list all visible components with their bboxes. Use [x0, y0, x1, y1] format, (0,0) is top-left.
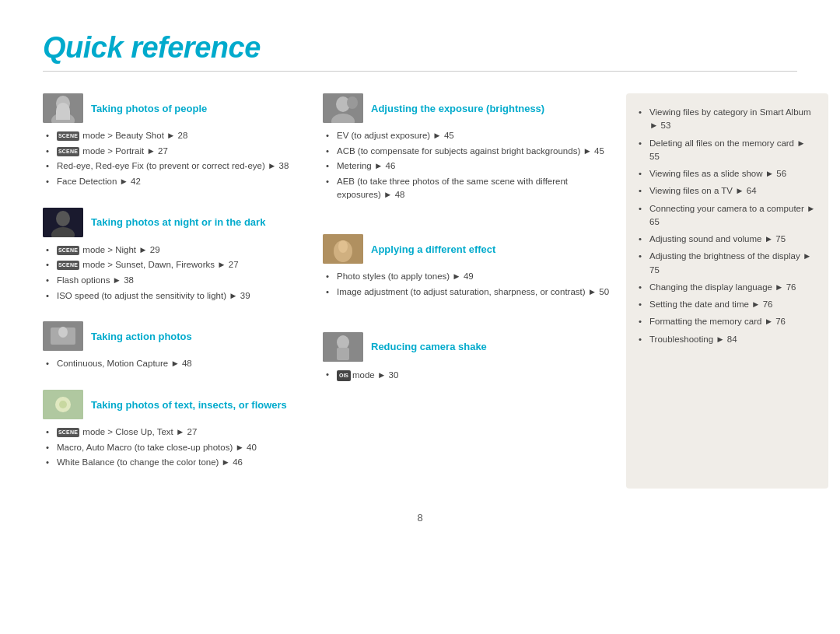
- section-effect-body: Photo styles (to apply tones) ► 49 Image…: [323, 270, 611, 298]
- svg-point-11: [59, 401, 67, 408]
- section-people-header: Taking photos of people: [43, 93, 307, 123]
- list-item: AEB (to take three photos of the same sc…: [326, 175, 611, 201]
- list-item: OIS mode ► 30: [326, 368, 611, 382]
- list-item: Image adjustment (to adjust saturation, …: [326, 285, 611, 299]
- list-item: Adjusting the brightness of the display …: [639, 250, 816, 277]
- section-shake-body: OIS mode ► 30: [323, 368, 611, 382]
- list-item: SCENE mode > Close Up, Text ► 27: [46, 426, 307, 439]
- list-item: Viewing files on a TV ► 64: [639, 184, 816, 198]
- list-item: Connecting your camera to a computer ► 6…: [639, 202, 816, 229]
- list-item: Face Detection ► 42: [46, 175, 307, 188]
- section-effect-thumb: [323, 234, 363, 264]
- list-item: Metering ► 46: [326, 159, 611, 173]
- list-item: Macro, Auto Macro (to take close-up phot…: [46, 441, 307, 454]
- list-item: Flash options ► 38: [46, 274, 307, 287]
- section-people-thumb: [43, 93, 83, 123]
- list-item: ISO speed (to adjust the sensitivity to …: [46, 289, 307, 303]
- list-item: SCENE mode > Night ► 29: [46, 243, 307, 257]
- section-macro-title: Taking photos of text, insects, or flowe…: [91, 399, 287, 411]
- section-effect-title: Applying a different effect: [371, 243, 495, 255]
- list-item: Deleting all files on the memory card ► …: [639, 137, 816, 164]
- section-people-title: Taking photos of people: [91, 103, 207, 114]
- section-exposure-thumb: [323, 93, 363, 123]
- svg-rect-21: [337, 348, 349, 360]
- section-macro: Taking photos of text, insects, or flowe…: [43, 390, 307, 471]
- section-macro-header: Taking photos of text, insects, or flowe…: [43, 390, 307, 419]
- scene-mode-icon: SCENE: [57, 246, 79, 255]
- list-item: Troubleshooting ► 84: [639, 333, 816, 346]
- list-item: Continuous, Motion Capture ► 48: [46, 357, 307, 370]
- section-effect: Applying a different effect Photo styles…: [323, 234, 611, 300]
- list-item: White Balance (to change the color tone)…: [46, 456, 307, 469]
- section-people-body: SCENE mode > Beauty Shot ► 28 SCENE mode…: [43, 129, 307, 188]
- section-night-title: Taking photos at night or in the dark: [91, 216, 265, 228]
- section-night-header: Taking photos at night or in the dark: [43, 208, 307, 237]
- main-content-grid: Taking photos of people SCENE mode > Bea…: [43, 93, 797, 489]
- list-item: Photo styles (to apply tones) ► 49: [326, 270, 611, 283]
- section-shake-header: Reducing camera shake: [323, 332, 611, 362]
- section-action-body: Continuous, Motion Capture ► 48: [43, 357, 307, 370]
- svg-point-1: [56, 96, 70, 111]
- section-action: Taking action photos Continuous, Motion …: [43, 321, 307, 373]
- title-divider: [43, 71, 797, 72]
- ois-mode-icon: OIS: [337, 370, 351, 381]
- section-shake-title: Reducing camera shake: [371, 341, 487, 352]
- section-shake-thumb: [323, 332, 363, 362]
- section-night-thumb: [43, 208, 83, 237]
- svg-point-18: [338, 240, 348, 253]
- list-item: SCENE mode > Portrait ► 27: [46, 145, 307, 158]
- section-exposure: Adjusting the exposure (brightness) EV (…: [323, 93, 611, 203]
- section-shake: Reducing camera shake OIS mode ► 30: [323, 332, 611, 384]
- svg-point-4: [56, 211, 70, 226]
- list-item: Setting the date and time ► 76: [639, 298, 816, 311]
- page-number: 8: [43, 512, 797, 524]
- list-item: Red-eye, Red-eye Fix (to prevent or corr…: [46, 159, 307, 173]
- section-macro-thumb: [43, 390, 83, 419]
- section-exposure-body: EV (to adjust exposure) ► 45 ACB (to com…: [323, 129, 611, 201]
- list-item: Viewing files by category in Smart Album…: [639, 106, 816, 133]
- scene-mode-icon: SCENE: [57, 131, 79, 141]
- list-item: Viewing files as a slide show ► 56: [639, 167, 816, 180]
- svg-point-8: [58, 327, 68, 338]
- section-action-header: Taking action photos: [43, 321, 307, 351]
- section-effect-header: Applying a different effect: [323, 234, 611, 264]
- section-action-thumb: [43, 321, 83, 351]
- list-item: Changing the display language ► 76: [639, 281, 816, 294]
- section-people: Taking photos of people SCENE mode > Bea…: [43, 93, 307, 191]
- scene-mode-icon: SCENE: [57, 428, 79, 437]
- page-title: Quick reference: [43, 31, 797, 65]
- section-night-body: SCENE mode > Night ► 29 SCENE mode > Sun…: [43, 243, 307, 303]
- list-item: EV (to adjust exposure) ► 45: [326, 129, 611, 142]
- mid-column: Adjusting the exposure (brightness) EV (…: [323, 93, 611, 489]
- left-column: Taking photos of people SCENE mode > Bea…: [43, 93, 307, 489]
- list-item: SCENE mode > Beauty Shot ► 28: [46, 129, 307, 142]
- list-item: ACB (to compensate for subjects against …: [326, 145, 611, 158]
- section-night: Taking photos at night or in the dark SC…: [43, 208, 307, 305]
- right-column: Viewing files by category in Smart Album…: [626, 93, 828, 489]
- svg-point-20: [337, 335, 349, 349]
- section-exposure-title: Adjusting the exposure (brightness): [371, 103, 544, 114]
- section-action-title: Taking action photos: [91, 331, 192, 342]
- list-item: Adjusting sound and volume ► 75: [639, 233, 816, 246]
- section-macro-body: SCENE mode > Close Up, Text ► 27 Macro, …: [43, 426, 307, 469]
- list-item: Formatting the memory card ► 76: [639, 315, 816, 328]
- section-exposure-header: Adjusting the exposure (brightness): [323, 93, 611, 123]
- list-item: SCENE mode > Sunset, Dawn, Fireworks ► 2…: [46, 258, 307, 271]
- scene-mode-icon: SCENE: [57, 147, 79, 156]
- scene-mode-icon: SCENE: [57, 261, 79, 270]
- svg-point-15: [347, 96, 358, 109]
